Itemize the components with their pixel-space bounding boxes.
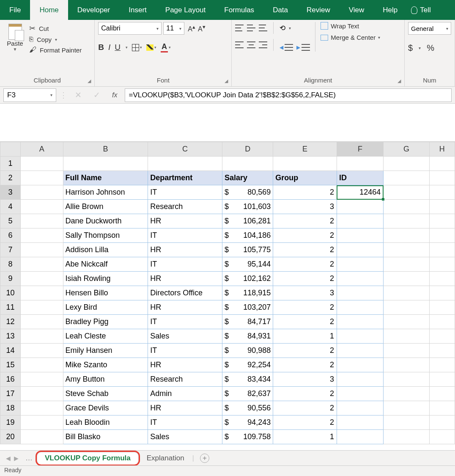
- cell[interactable]: Research: [148, 372, 222, 387]
- cell[interactable]: Leah Cleste: [63, 329, 148, 344]
- cell[interactable]: 2: [273, 344, 337, 358]
- cell[interactable]: $ 90,988: [222, 344, 273, 358]
- cell[interactable]: [21, 415, 63, 430]
- ribbon-tab-home[interactable]: Home: [30, 0, 68, 20]
- cell[interactable]: [384, 214, 429, 228]
- cell[interactable]: [384, 243, 429, 257]
- row-header-1[interactable]: 1: [0, 157, 21, 171]
- cell[interactable]: 2: [273, 272, 337, 286]
- cell[interactable]: 2: [273, 257, 337, 272]
- cell[interactable]: 2: [273, 387, 337, 401]
- formula-input[interactable]: =VLOOKUP($B3,'VLOOKUP Join Data 2'!$B$2:…: [125, 88, 452, 102]
- cell[interactable]: [21, 257, 63, 272]
- sheet-overflow-icon[interactable]: …: [23, 454, 35, 462]
- cell[interactable]: Isiah Rowling: [63, 272, 148, 286]
- font-name-combo[interactable]: Calibri▾: [98, 22, 162, 35]
- row-header-14[interactable]: 14: [0, 344, 21, 358]
- cell[interactable]: IT: [148, 185, 222, 200]
- cell[interactable]: [384, 171, 429, 185]
- cell[interactable]: Amy Button: [63, 372, 148, 387]
- cell[interactable]: [429, 272, 455, 286]
- cell[interactable]: [429, 300, 455, 315]
- accounting-format-button[interactable]: $: [408, 43, 413, 53]
- cell[interactable]: [21, 171, 63, 185]
- row-header-19[interactable]: 19: [0, 415, 21, 430]
- shrink-font-button[interactable]: A▾: [198, 24, 206, 33]
- cell[interactable]: HR: [148, 243, 222, 257]
- cell[interactable]: 3: [273, 200, 337, 214]
- border-button[interactable]: ▾: [132, 44, 142, 51]
- name-box[interactable]: F3▾: [3, 88, 56, 102]
- cell[interactable]: [384, 372, 429, 387]
- cell[interactable]: Directors Office: [148, 286, 222, 300]
- dialog-launcher-icon[interactable]: ◢: [225, 78, 228, 84]
- cell[interactable]: [429, 430, 455, 444]
- row-header-12[interactable]: 12: [0, 315, 21, 329]
- cell[interactable]: [429, 228, 455, 243]
- cell[interactable]: [337, 344, 383, 358]
- cell[interactable]: [337, 214, 383, 228]
- cell[interactable]: Dane Duckworth: [63, 214, 148, 228]
- cell[interactable]: $ 105,775: [222, 243, 273, 257]
- cell[interactable]: $ 95,144: [222, 257, 273, 272]
- dialog-launcher-icon[interactable]: ◢: [397, 78, 401, 84]
- cell[interactable]: Research: [148, 200, 222, 214]
- cell[interactable]: [21, 272, 63, 286]
- cell[interactable]: Abe Nickcalf: [63, 257, 148, 272]
- cell[interactable]: Sally Thompson: [63, 228, 148, 243]
- col-header-D[interactable]: D: [222, 142, 273, 157]
- cell[interactable]: [21, 286, 63, 300]
- cut-button[interactable]: ✂Cut: [29, 24, 82, 33]
- copy-button[interactable]: ⎘Copy▾: [29, 36, 82, 43]
- cell[interactable]: [429, 171, 455, 185]
- cell[interactable]: [337, 329, 383, 344]
- cell[interactable]: [222, 157, 273, 171]
- cell[interactable]: [384, 228, 429, 243]
- new-sheet-button[interactable]: +: [200, 454, 209, 463]
- row-header-7[interactable]: 7: [0, 243, 21, 257]
- cell[interactable]: 2: [273, 315, 337, 329]
- spreadsheet-grid[interactable]: ABCDEFGH12Full NameDepartmentSalaryGroup…: [0, 142, 455, 444]
- cell[interactable]: [337, 300, 383, 315]
- ribbon-tab-review[interactable]: Review: [297, 0, 340, 20]
- row-header-15[interactable]: 15: [0, 358, 21, 372]
- cell[interactable]: [337, 430, 383, 444]
- cell[interactable]: [337, 243, 383, 257]
- cell[interactable]: [337, 257, 383, 272]
- cell[interactable]: [21, 329, 63, 344]
- row-header-2[interactable]: 2: [0, 171, 21, 185]
- cell[interactable]: Addison Lilla: [63, 243, 148, 257]
- cell[interactable]: $ 84,717: [222, 315, 273, 329]
- cancel-icon[interactable]: ✕: [71, 90, 86, 100]
- cell[interactable]: [337, 415, 383, 430]
- cell[interactable]: Grace Devils: [63, 401, 148, 415]
- cell[interactable]: [429, 358, 455, 372]
- cell[interactable]: [21, 430, 63, 444]
- cell[interactable]: [384, 415, 429, 430]
- row-header-16[interactable]: 16: [0, 372, 21, 387]
- cell[interactable]: [384, 358, 429, 372]
- cell[interactable]: HR: [148, 358, 222, 372]
- cell[interactable]: [21, 358, 63, 372]
- decrease-indent-button[interactable]: ◀: [280, 44, 293, 51]
- cell[interactable]: ID: [337, 171, 383, 185]
- fill-color-button[interactable]: ▾: [146, 44, 156, 51]
- cell[interactable]: [429, 185, 455, 200]
- format-painter-button[interactable]: 🖌Format Painter: [29, 46, 82, 54]
- cell[interactable]: [429, 401, 455, 415]
- number-format-combo[interactable]: General▾: [408, 22, 451, 35]
- row-header-17[interactable]: 17: [0, 387, 21, 401]
- cell[interactable]: IT: [148, 257, 222, 272]
- align-left-button[interactable]: [235, 41, 244, 48]
- row-header-13[interactable]: 13: [0, 329, 21, 344]
- align-center-button[interactable]: [247, 41, 255, 48]
- cell[interactable]: 3: [273, 286, 337, 300]
- cell[interactable]: HR: [148, 401, 222, 415]
- cell[interactable]: $ 84,931: [222, 329, 273, 344]
- cell[interactable]: 2: [273, 415, 337, 430]
- cell[interactable]: $ 82,637: [222, 387, 273, 401]
- cell[interactable]: [429, 344, 455, 358]
- cell[interactable]: $ 104,186: [222, 228, 273, 243]
- cell[interactable]: Bradley Pigg: [63, 315, 148, 329]
- enter-icon[interactable]: ✓: [89, 90, 104, 100]
